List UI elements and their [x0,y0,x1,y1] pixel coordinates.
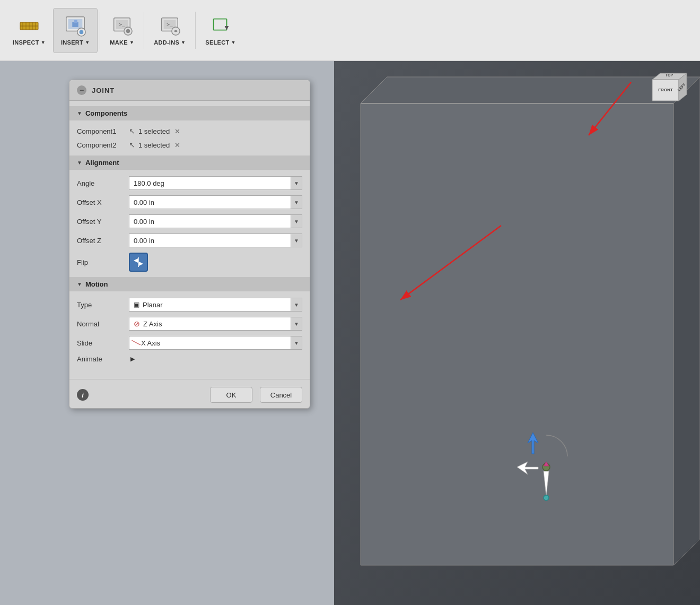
components-section-title: Components [85,109,127,117]
offset-z-value: ▼ [129,234,302,247]
normal-row: Normal ⊘ Z Axis ▼ [69,315,310,333]
components-section-header: ▼ Components [69,106,310,120]
svg-marker-23 [225,26,229,30]
offset-y-dropdown[interactable]: ▼ [291,214,302,228]
collapse-button[interactable]: − [77,85,86,95]
svg-point-12 [80,30,84,34]
toolbar: INSPECT▼ INSERT▼ >_ [0,0,700,61]
motion-section-header: ▼ Motion [69,277,310,291]
select-icon [209,15,232,37]
inspect-toolbar-item[interactable]: INSPECT▼ [5,8,53,53]
flip-row: Flip [69,250,310,274]
angle-dropdown[interactable]: ▼ [291,176,302,190]
svg-rect-22 [214,19,227,30]
red-arrow-1 [546,77,642,141]
toolbar-divider-2 [144,12,144,49]
joint-dialog: − JOINT ▼ Components Component1 ↖ 1 sele… [69,80,310,409]
type-select-group: ▣ Planar ▼ [129,298,302,312]
slide-dropdown[interactable]: ▼ [291,336,302,350]
svg-line-40 [589,82,631,135]
addins-icon: >_ [159,15,181,37]
svg-text:TOP: TOP [666,73,673,77]
joint-gizmo [514,419,578,504]
type-dropdown[interactable]: ▼ [291,298,302,312]
flip-value [129,253,302,272]
component2-value: ↖ 1 selected ✕ [129,141,302,149]
svg-point-48 [544,495,549,500]
component2-text: 1 selected [138,141,170,149]
component1-text: 1 selected [138,127,170,135]
component2-selected: ↖ 1 selected ✕ [129,141,181,149]
offset-y-input[interactable] [129,214,291,228]
toolbar-divider-1 [100,12,100,49]
dialog-header: − JOINT [69,80,310,101]
type-icon: ▣ [134,301,139,308]
left-panel: − JOINT ▼ Components Component1 ↖ 1 sele… [0,61,334,605]
component1-clear[interactable]: ✕ [173,127,181,135]
component1-selected: ↖ 1 selected ✕ [129,127,181,135]
svg-marker-10 [74,20,77,23]
svg-marker-43 [528,433,538,454]
cursor-icon-1: ↖ [129,127,135,135]
motion-collapse-icon[interactable]: ▼ [77,281,82,287]
angle-input[interactable] [129,176,291,190]
flip-button[interactable] [129,253,148,272]
nav-cube[interactable]: FRONT LEFT TOP [642,69,692,114]
insert-toolbar-item[interactable]: INSERT▼ [53,8,98,53]
svg-marker-26 [139,262,143,266]
component1-label: Component1 [77,127,125,135]
make-icon: >_ [111,15,133,37]
offset-z-dropdown[interactable]: ▼ [291,234,302,247]
offset-z-input[interactable] [129,234,291,247]
cancel-button[interactable]: Cancel [260,387,302,403]
alignment-section-title: Alignment [85,159,119,167]
type-input[interactable]: ▣ Planar [129,298,291,312]
normal-value: ⊘ Z Axis ▼ [129,317,302,331]
scene-container: FRONT LEFT TOP [334,61,700,605]
select-toolbar-item[interactable]: SELECT▼ [198,8,243,53]
normal-label: Normal [77,320,125,328]
addins-toolbar-item[interactable]: >_ ADD-INS▼ [146,8,193,53]
type-text: Planar [143,301,163,309]
ok-button[interactable]: OK [210,387,252,403]
dialog-footer: i OK Cancel [69,379,310,408]
angle-row: Angle ▼ [69,174,310,192]
motion-section-title: Motion [85,280,108,288]
alignment-collapse-icon[interactable]: ▼ [77,160,82,166]
offset-x-dropdown[interactable]: ▼ [291,195,302,209]
3d-scene [334,61,700,605]
animate-value: ▶ [129,356,302,363]
svg-marker-44 [517,462,538,474]
svg-text:>_: >_ [167,21,173,27]
offset-y-row: Offset Y ▼ [69,212,310,230]
angle-label: Angle [77,179,125,187]
animate-row: Animate ▶ [69,353,310,365]
select-label: SELECT▼ [205,39,235,46]
offset-x-input[interactable] [129,195,291,209]
animate-play-button[interactable]: ▶ [129,356,136,363]
normal-input[interactable]: ⊘ Z Axis [129,317,291,331]
slide-label: Slide [77,339,125,347]
component1-row: Component1 ↖ 1 selected ✕ [69,125,310,137]
make-label: MAKE▼ [110,39,134,46]
cursor-icon-2: ↖ [129,141,135,149]
slide-input[interactable]: ╲ X Axis [129,336,291,350]
main-area: − JOINT ▼ Components Component1 ↖ 1 sele… [0,61,700,605]
offset-z-input-group: ▼ [129,234,302,247]
offset-x-label: Offset X [77,198,125,206]
viewport[interactable]: FRONT LEFT TOP [334,61,700,605]
toolbar-divider-3 [195,12,196,49]
type-row: Type ▣ Planar ▼ [69,296,310,314]
normal-select-group: ⊘ Z Axis ▼ [129,317,302,331]
svg-marker-25 [134,258,138,263]
make-toolbar-item[interactable]: >_ MAKE▼ [102,8,142,53]
inspect-icon [18,15,40,37]
inspect-label: INSPECT▼ [13,39,46,46]
offset-x-value: ▼ [129,195,302,209]
component2-clear[interactable]: ✕ [173,141,181,149]
normal-dropdown[interactable]: ▼ [291,317,302,331]
offset-y-value: ▼ [129,214,302,228]
info-button[interactable]: i [77,389,89,401]
components-collapse-icon[interactable]: ▼ [77,110,82,116]
flip-label: Flip [77,258,125,266]
